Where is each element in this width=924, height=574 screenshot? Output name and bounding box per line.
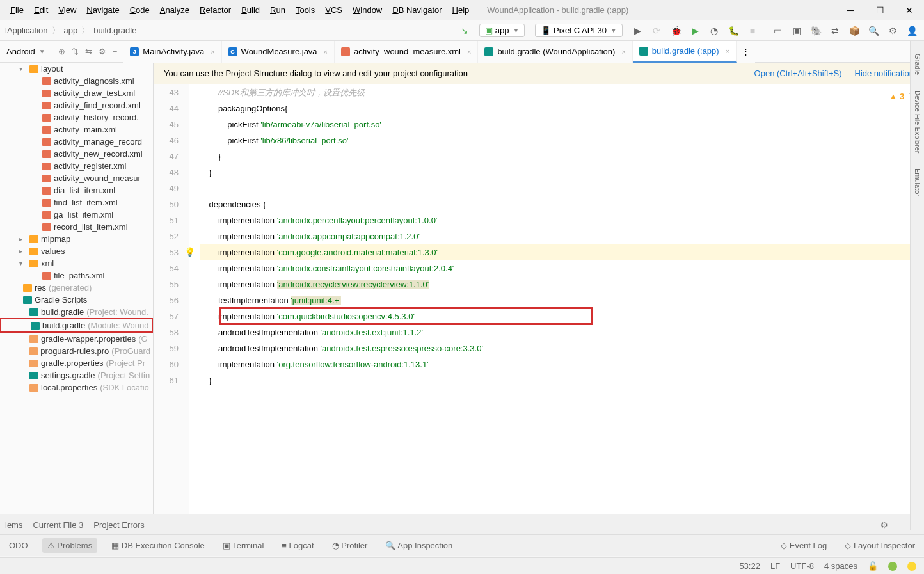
tree-item-file-paths-xml[interactable]: file_paths.xml [0, 269, 153, 282]
close-tab-icon[interactable]: × [324, 48, 328, 56]
sort-icon[interactable]: ⇅ [72, 47, 79, 56]
breadcrumb[interactable]: lApplication〉 app〉 build.gradle [5, 25, 458, 36]
minimize-button[interactable]: ─ [836, 0, 865, 20]
profile-icon[interactable]: ◔ [707, 24, 721, 38]
tree-item-activity-draw-test-xml[interactable]: activity_draw_test.xml [0, 87, 153, 99]
tree-item-settings-gradle[interactable]: settings.gradle (Project Settin [0, 369, 153, 381]
tree-item-res[interactable]: res (generated) [0, 282, 153, 294]
rail-gradle[interactable]: Gradle [914, 54, 921, 75]
tree-item-proguard-rules-pro[interactable]: proguard-rules.pro (ProGuard [0, 345, 153, 357]
code-line[interactable]: } [200, 164, 924, 180]
close-tab-icon[interactable]: × [211, 48, 214, 56]
close-tab-icon[interactable]: × [467, 48, 471, 56]
close-tab-icon[interactable]: × [621, 48, 625, 56]
menu-code[interactable]: Code [125, 3, 155, 17]
tree-item-layout[interactable]: ▾layout [0, 63, 153, 75]
tool-event-log[interactable]: ◇ Event Log [777, 541, 831, 550]
problems-settings-icon[interactable]: ⚙ [880, 520, 888, 530]
tool-app-inspection[interactable]: 🔍 App Inspection [381, 541, 456, 550]
code-area[interactable]: ▲ 3 ˆˇ //SDK和第三方的库冲突时，设置优先级 packagingOpt… [189, 84, 924, 534]
find-icon[interactable]: 🔍 [866, 24, 880, 38]
breadcrumb-segment[interactable]: lApplication [5, 26, 48, 35]
tree-item-find-list-item-xml[interactable]: find_list_item.xml [0, 196, 153, 209]
code-line[interactable]: implementation 'androidx.percentlayout:p… [200, 212, 924, 228]
problems-tab-cut[interactable]: lems [5, 520, 22, 530]
apply-changes-icon[interactable]: ⟳ [649, 24, 664, 38]
project-errors-tab[interactable]: Project Errors [93, 520, 144, 530]
chevron-icon[interactable]: ▾ [19, 260, 27, 267]
tree-item-activity-main-xml[interactable]: activity_main.xml [0, 124, 153, 136]
menu-file[interactable]: File [5, 3, 29, 17]
breadcrumb-segment[interactable]: build.gradle [93, 26, 136, 35]
tree-item-activity-wound-measur[interactable]: activity_wound_measur [0, 172, 153, 184]
chevron-icon[interactable]: ▸ [19, 235, 27, 243]
code-editor[interactable]: 43444546474849505152535455565758596061 ▲… [154, 84, 924, 534]
code-line[interactable]: pickFirst 'lib/armeabi-v7a/libserial_por… [200, 116, 924, 132]
attach-icon[interactable]: 🐛 [726, 24, 740, 38]
tree-item-activity-manage-record[interactable]: activity_manage_record [0, 136, 153, 148]
rail-emulator[interactable]: Emulator [914, 168, 921, 196]
code-line[interactable]: packagingOptions{ [200, 100, 924, 116]
tree-item-xml[interactable]: ▾xml [0, 257, 153, 269]
target-icon[interactable]: ⊕ [58, 47, 65, 56]
menu-refactor[interactable]: Refactor [195, 3, 236, 17]
filter-icon[interactable]: ⇆ [85, 47, 92, 56]
tool-odo[interactable]: ODO [5, 541, 32, 550]
tab-woundmeasure-java[interactable]: CWoundMeasure.java× [222, 41, 335, 63]
tool-logcat[interactable]: ≡ Logcat [278, 541, 317, 550]
code-line[interactable]: implementation 'androidx.appcompat:appco… [200, 228, 924, 244]
tree-item-build-gradle[interactable]: build.gradle (Project: Wound. [0, 306, 153, 318]
search-icon[interactable]: ⇄ [828, 24, 842, 38]
menu-help[interactable]: Help [447, 3, 475, 17]
chevron-icon[interactable]: ▸ [19, 248, 27, 255]
rail-device-file-explorer[interactable]: Device File Explorer [914, 90, 921, 153]
menu-edit[interactable]: Edit [29, 3, 53, 17]
code-line[interactable]: implementation 'androidx.constraintlayou… [200, 260, 924, 276]
tree-item-dia-list-item-xml[interactable]: dia_list_item.xml [0, 184, 153, 196]
avatar-icon[interactable]: 👤 [905, 24, 919, 38]
debug-icon[interactable]: 🐞 [669, 24, 683, 38]
tool-problems[interactable]: ⚠ Problems [42, 538, 98, 553]
chevron-icon[interactable]: ▾ [19, 65, 27, 72]
tab-mainactivity-java[interactable]: JMainActivity.java× [123, 41, 221, 63]
tree-item-gradle-properties[interactable]: gradle.properties (Project Pr [0, 357, 153, 369]
tree-item-build-gradle[interactable]: build.gradle (Module: Wound [0, 318, 153, 333]
tool-profiler[interactable]: ◔ Profiler [328, 541, 372, 550]
encoding[interactable]: UTF-8 [790, 561, 814, 571]
code-line[interactable]: androidTestImplementation 'androidx.test… [200, 324, 924, 340]
tree-item-activity-find-record-xml[interactable]: activity_find_record.xml [0, 99, 153, 111]
menu-analyze[interactable]: Analyze [155, 3, 195, 17]
tool-layout-inspector[interactable]: ◇ Layout Inspector [841, 541, 919, 550]
code-line[interactable]: } [200, 372, 924, 388]
status-yellow-icon[interactable] [907, 562, 916, 571]
settings-icon[interactable]: ⚙ [886, 24, 900, 38]
tree-item-gradle-scripts[interactable]: Gradle Scripts [0, 294, 153, 306]
tree-item-activity-history-record-[interactable]: activity_history_record. [0, 111, 153, 124]
cursor-position[interactable]: 53:22 [739, 561, 760, 571]
code-line[interactable]: 💡 implementation 'com.google.android.mat… [200, 244, 924, 260]
menu-window[interactable]: Window [347, 3, 387, 17]
menu-run[interactable]: Run [265, 3, 291, 17]
line-ending[interactable]: LF [770, 561, 780, 571]
code-line[interactable]: testImplementation 'junit:junit:4.+' [200, 292, 924, 308]
device-combo[interactable]: 📱 Pixel C API 30▼ [535, 24, 623, 37]
tree-item-local-properties[interactable]: local.properties (SDK Locatio [0, 381, 153, 394]
current-file-tab[interactable]: Current File 3 [33, 520, 83, 530]
sync-icon[interactable]: 🐘 [809, 24, 823, 38]
tab-build-gradle-woundapplication-[interactable]: build.gradle (WoundApplication)× [478, 41, 632, 63]
hammer-icon[interactable]: ↘ [458, 24, 472, 38]
collapse-icon[interactable]: − [113, 47, 118, 56]
menu-tools[interactable]: Tools [291, 3, 320, 17]
tree-item-record-list-item-xml[interactable]: record_list_item.xml [0, 221, 153, 233]
code-line[interactable]: dependencies { [200, 196, 924, 212]
project-view-dropdown[interactable]: Android▼ [0, 47, 52, 56]
tree-item-mipmap[interactable]: ▸mipmap [0, 233, 153, 245]
status-green-icon[interactable] [888, 562, 897, 571]
run-icon[interactable]: ▶ [630, 24, 644, 38]
tree-item-ga-list-item-xml[interactable]: ga_list_item.xml [0, 209, 153, 221]
code-line[interactable]: implementation 'org.tensorflow:tensorflo… [200, 356, 924, 372]
menu-vcs[interactable]: VCS [320, 3, 347, 17]
bulb-icon[interactable]: 💡 [184, 244, 195, 260]
run-config-combo[interactable]: ▣ app▼ [479, 24, 525, 37]
maximize-button[interactable]: ☐ [865, 0, 895, 20]
